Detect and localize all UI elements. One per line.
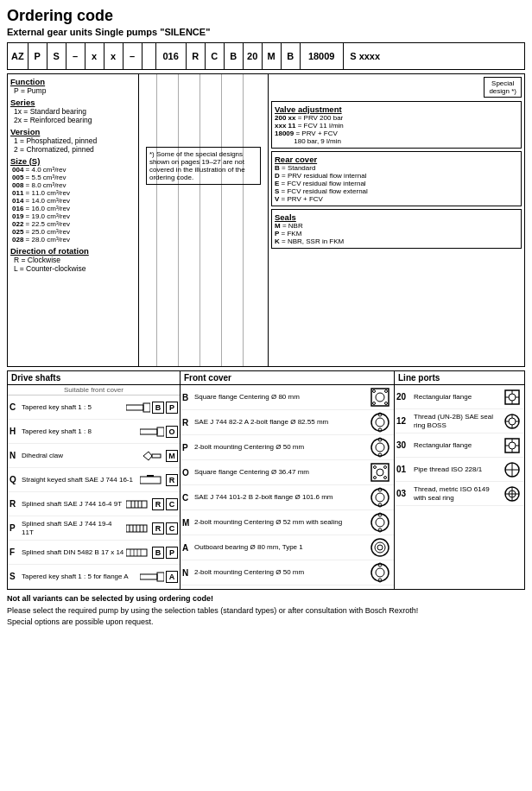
vline-5 <box>243 74 244 366</box>
drive-code-p: P <box>10 523 22 533</box>
drive-row-q: Q Straight keyed shaft SAE J 744 16-1 R <box>8 468 180 492</box>
front-cover-header: Front cover <box>180 371 395 384</box>
front-row-b: B Square flange Centering Ø 80 mm <box>180 385 394 410</box>
front-icon-a <box>368 537 392 558</box>
front-row-n: N 2-bolt mounting Centering Ø 50 mm <box>180 560 394 585</box>
front-cover-col: B Square flange Centering Ø 80 mm R SAE … <box>180 385 395 589</box>
svg-point-56 <box>377 545 383 550</box>
note-box: *) Some of the special designs shown on … <box>146 147 261 185</box>
badge-c3: C <box>166 522 178 535</box>
svg-rect-6 <box>140 477 161 484</box>
drive-badges-h: O <box>166 426 178 438</box>
line-code-01: 01 <box>396 465 414 474</box>
connector-lines-area: *) Some of the special designs shown on … <box>139 74 269 366</box>
front-code-n: N <box>182 568 194 578</box>
series-header: Series <box>10 98 136 107</box>
rear-cover-header: Rear cover <box>275 155 518 164</box>
version-item-2: 2 = Chromatized, pinned <box>14 145 136 154</box>
drive-row-s: S Tapered key shaft 1 : 5 for flange A A <box>8 565 180 589</box>
drive-code-h: H <box>10 427 22 436</box>
svg-point-33 <box>376 418 384 427</box>
badge-m: M <box>166 450 178 462</box>
line-desc-12: Thread (UN-2B) SAE seal ring BOSS <box>414 413 502 429</box>
line-code-30: 30 <box>396 440 414 450</box>
drive-badges-f: B P <box>152 547 178 559</box>
seals-m: M = NBR <box>275 222 518 230</box>
svg-rect-25 <box>157 573 164 581</box>
drive-row-p: P Splined shaft SAE J 744 19-4 11T R C <box>8 516 180 541</box>
version-item-1: 1 = Phosphatized, pinned <box>14 136 136 145</box>
front-code-o: O <box>182 468 194 478</box>
badge-a: A <box>166 571 178 583</box>
size-025: 025 = 25.0 cm³/rev <box>12 228 136 236</box>
order-code-row: AZ P S – x x – 016 R C B 20 M B 18009 S … <box>7 42 525 70</box>
footer-line-3: Special options are possible upon reques… <box>7 617 525 629</box>
drive-desc-p: Splined shaft SAE J 744 19-4 11T <box>22 520 124 536</box>
front-icon-p <box>368 437 392 458</box>
badge-r2: R <box>152 498 164 510</box>
code-c: C <box>206 43 225 69</box>
size-016: 016 = 16.0 cm³/rev <box>12 205 136 212</box>
svg-point-68 <box>509 418 516 425</box>
svg-point-44 <box>374 477 377 479</box>
drive-code-c: C <box>10 402 22 412</box>
badge-b: B <box>152 402 164 414</box>
svg-point-47 <box>376 493 384 502</box>
drive-icon-h <box>138 426 166 438</box>
line-desc-30: Rectangular flange <box>414 441 502 450</box>
valve-adjustment-box: Valve adjustment 200 xx = PRV 200 bar xx… <box>271 101 522 149</box>
badge-r3: R <box>152 522 164 535</box>
vline-4 <box>221 74 222 366</box>
code-016: 016 <box>156 43 187 69</box>
drive-desc-c: Tapered key shaft 1 : 5 <box>22 403 124 412</box>
svg-rect-1 <box>143 403 150 412</box>
front-code-m: M <box>182 518 194 528</box>
line-code-03: 03 <box>396 489 414 498</box>
drive-code-f: F <box>10 547 22 557</box>
code-spacer <box>142 43 156 69</box>
front-icon-o <box>368 462 392 483</box>
size-004: 004 = 4.0 cm³/rev <box>12 166 136 174</box>
footer-line-1: Not all variants can be selected by usin… <box>7 593 525 605</box>
line-icon-20 <box>502 389 522 406</box>
code-dash1: – <box>66 43 86 69</box>
footer-line-2: Please select the required pump by using… <box>7 605 525 617</box>
footer-notes: Not all variants can be selected by usin… <box>7 593 525 629</box>
svg-point-37 <box>376 443 384 452</box>
function-header: Function <box>10 77 136 86</box>
svg-point-62 <box>509 394 516 401</box>
seals-header: Seals <box>275 212 518 222</box>
drive-icon-p <box>124 522 152 535</box>
code-m: M <box>263 43 282 69</box>
drive-badges-p: R C <box>152 522 178 535</box>
drive-sub-header: Suitable front cover <box>8 385 180 396</box>
code-b: B <box>225 43 244 69</box>
line-icon-30 <box>502 437 522 454</box>
drive-desc-h: Tapered key shaft 1 : 8 <box>22 427 138 436</box>
drive-icon-s <box>138 571 166 583</box>
drive-row-n: N Dihedral claw M <box>8 444 180 468</box>
drive-row-r: R Splined shaft SAE J 744 16-4 9T R C <box>8 492 180 516</box>
left-description-panel: Function P = Pump Series 1x = Standard b… <box>8 74 139 366</box>
drive-icon-r <box>124 498 152 510</box>
valve-xxx11: xxx 11 = FCV 11 l/min <box>275 122 518 130</box>
front-code-a: A <box>182 543 194 553</box>
svg-point-30 <box>373 402 376 405</box>
drive-shafts-col: Suitable front cover C Tapered key shaft… <box>8 385 180 589</box>
front-row-a: A Outboard bearing Ø 80 mm, Type 1 <box>180 535 394 560</box>
code-b2: B <box>282 43 301 69</box>
line-code-20: 20 <box>396 392 414 402</box>
svg-rect-0 <box>126 405 143 410</box>
line-row-30: 30 Rectangular flange <box>395 433 524 458</box>
rear-cover-e: E = FCV residual flow internal <box>275 180 518 187</box>
special-design-box: Specialdesign *) <box>484 77 522 98</box>
series-item-2x: 2x = Reinforced bearing <box>14 116 136 124</box>
svg-point-29 <box>385 390 388 393</box>
line-icon-12 <box>502 413 522 430</box>
direction-header: Direction of rotation <box>10 246 136 256</box>
svg-rect-3 <box>157 427 164 436</box>
line-row-01: 01 Pipe thread ISO 228/1 <box>395 458 524 482</box>
line-row-12: 12 Thread (UN-2B) SAE seal ring BOSS <box>395 409 524 433</box>
drive-badges-s: A <box>166 571 178 583</box>
drive-desc-n: Dihedral claw <box>22 452 138 460</box>
